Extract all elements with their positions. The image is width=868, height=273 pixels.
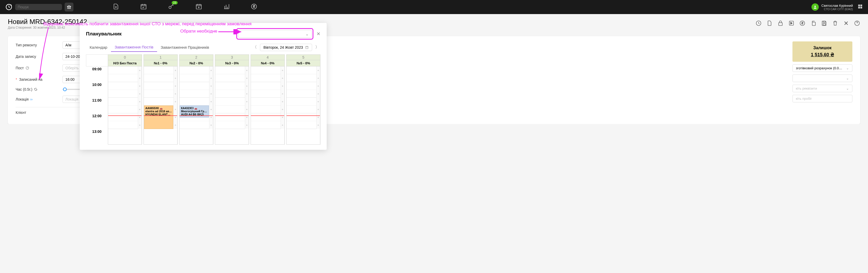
scheduler-grid: 09:0010:0011:0012:0013:00 0 Н/З Без Пост… <box>86 55 320 124</box>
add-slot-icon[interactable]: + <box>174 74 177 82</box>
annotation-sto: Відкриває можливість побачити завантажен… <box>43 21 251 27</box>
modal-close-icon[interactable]: ✕ <box>316 31 320 37</box>
tab-workers[interactable]: Завантаження Працівників <box>157 43 213 52</box>
close-page-icon[interactable] <box>843 20 849 27</box>
chart-icon[interactable] <box>223 3 230 11</box>
add-slot-icon[interactable]: + <box>138 66 142 74</box>
dollar-circle-icon[interactable] <box>799 20 805 27</box>
add-slot-icon[interactable]: + <box>174 121 177 124</box>
add-slot-icon[interactable]: + <box>209 98 213 105</box>
calendar-check-icon[interactable] <box>140 3 147 11</box>
apps-icon[interactable] <box>858 4 863 10</box>
add-slot-icon[interactable]: + <box>174 82 177 90</box>
add-slot-icon[interactable]: + <box>245 121 249 124</box>
add-slot-icon[interactable]: + <box>316 113 320 121</box>
requisites-select[interactable]: кіть реквізити⌄ <box>793 85 852 92</box>
add-slot-icon[interactable]: + <box>209 105 213 113</box>
add-slot-icon[interactable]: + <box>245 66 249 74</box>
arrow-icon[interactable] <box>788 20 795 27</box>
lock-icon[interactable] <box>777 20 784 27</box>
mileage-input[interactable]: кіть пробіг <box>793 95 852 102</box>
pay-method-select[interactable]: зготівковий розрахунок (0.0…⌄ <box>793 64 852 72</box>
add-slot-icon[interactable]: + <box>245 90 249 98</box>
label-repair-type: Тип ремонту <box>16 43 52 47</box>
event-orange[interactable]: АА6655ХК 🚗 elantra ad 2018 ав… HYUNDAI E… <box>144 105 173 124</box>
add-slot-icon[interactable]: + <box>245 105 249 113</box>
add-slot-icon[interactable]: + <box>316 121 320 124</box>
svg-rect-7 <box>858 5 860 6</box>
money-icon[interactable] <box>251 3 257 11</box>
add-slot-icon[interactable]: + <box>281 121 284 124</box>
add-slot-icon[interactable]: + <box>281 105 284 113</box>
add-slot-icon[interactable]: + <box>316 82 320 90</box>
add-slot-icon[interactable]: + <box>138 90 142 98</box>
post-number: 4 <box>251 55 284 60</box>
add-slot-icon[interactable]: + <box>281 113 284 121</box>
search-input[interactable] <box>18 5 63 9</box>
add-slot-icon[interactable]: + <box>245 98 249 105</box>
add-slot-icon[interactable]: + <box>138 74 142 82</box>
add-slot-icon[interactable]: + <box>209 74 213 82</box>
add-slot-icon[interactable]: + <box>138 82 142 90</box>
logo-icon[interactable] <box>5 3 12 11</box>
add-slot-icon[interactable]: + <box>174 66 177 74</box>
add-slot-icon[interactable]: + <box>209 121 213 124</box>
bank-icon[interactable] <box>65 3 73 11</box>
add-doc-icon[interactable] <box>113 3 119 11</box>
calendar-add-icon[interactable] <box>195 3 202 11</box>
post-name: №4 - 0% <box>251 60 284 66</box>
tab-posts[interactable]: Завантаження Постів <box>111 43 157 52</box>
add-slot-icon[interactable]: + <box>174 105 177 113</box>
add-slot-icon[interactable]: + <box>316 105 320 113</box>
add-slot-icon[interactable]: + <box>138 113 142 121</box>
key-icon[interactable]: 23 <box>168 3 175 11</box>
add-slot-icon[interactable]: + <box>281 90 284 98</box>
chevron-down-icon: ⌄ <box>846 76 849 80</box>
svg-rect-15 <box>812 22 815 26</box>
save-icon[interactable] <box>821 20 827 27</box>
add-slot-icon[interactable]: + <box>174 98 177 105</box>
add-slot-icon[interactable]: + <box>174 113 177 121</box>
copy-icon[interactable] <box>810 20 816 27</box>
add-slot-icon[interactable]: + <box>281 82 284 90</box>
add-slot-icon[interactable]: + <box>245 74 249 82</box>
add-slot-icon[interactable]: + <box>174 90 177 98</box>
refresh-icon[interactable] <box>34 88 37 91</box>
post-number: 2 <box>180 55 213 60</box>
post-name: №1 - 0% <box>144 60 177 66</box>
add-slot-icon[interactable]: + <box>138 121 142 124</box>
clock-icon[interactable] <box>755 20 762 27</box>
add-slot-icon[interactable]: + <box>209 66 213 74</box>
modal-tabs: Календар Завантаження Постів Завантаженн… <box>86 43 320 52</box>
user-name: Святослав Курінний <box>822 4 853 7</box>
add-slot-icon[interactable]: + <box>209 90 213 98</box>
add-slot-icon[interactable]: + <box>138 105 142 113</box>
add-slot-icon[interactable]: + <box>209 113 213 121</box>
tab-calendar[interactable]: Календар <box>86 43 111 52</box>
post-body: ++++++++ <box>251 66 284 124</box>
next-day-icon[interactable]: 〉 <box>314 43 320 51</box>
add-slot-icon[interactable]: + <box>245 82 249 90</box>
add-slot-icon[interactable]: + <box>281 66 284 74</box>
user-org: СТО CAR CITY (6342) <box>824 7 853 11</box>
currency-select[interactable]: ⌄ <box>793 74 852 82</box>
chevron-right-icon[interactable]: ›› <box>30 97 33 101</box>
add-slot-icon[interactable]: + <box>281 74 284 82</box>
add-slot-icon[interactable]: + <box>281 98 284 105</box>
add-slot-icon[interactable]: + <box>316 66 320 74</box>
sto-select-highlight: ⌄ <box>236 28 313 39</box>
help-icon[interactable] <box>854 20 860 27</box>
add-slot-icon[interactable]: + <box>245 113 249 121</box>
date-picker[interactable]: Вівторок, 24 Жовт 2023 <box>260 44 312 51</box>
add-slot-icon[interactable]: + <box>316 90 320 98</box>
add-slot-icon[interactable]: + <box>316 98 320 105</box>
file-icon[interactable] <box>766 20 773 27</box>
user-area[interactable]: Святослав Курінний СТО CAR CITY (6342) <box>811 3 863 11</box>
prev-day-icon[interactable]: 〈 <box>252 43 258 51</box>
delete-icon[interactable] <box>832 20 838 27</box>
add-slot-icon[interactable]: + <box>316 74 320 82</box>
add-slot-icon[interactable]: + <box>138 98 142 105</box>
search-box[interactable] <box>15 4 62 10</box>
add-slot-icon[interactable]: + <box>209 82 213 90</box>
sto-select[interactable]: ⌄ <box>238 30 312 38</box>
